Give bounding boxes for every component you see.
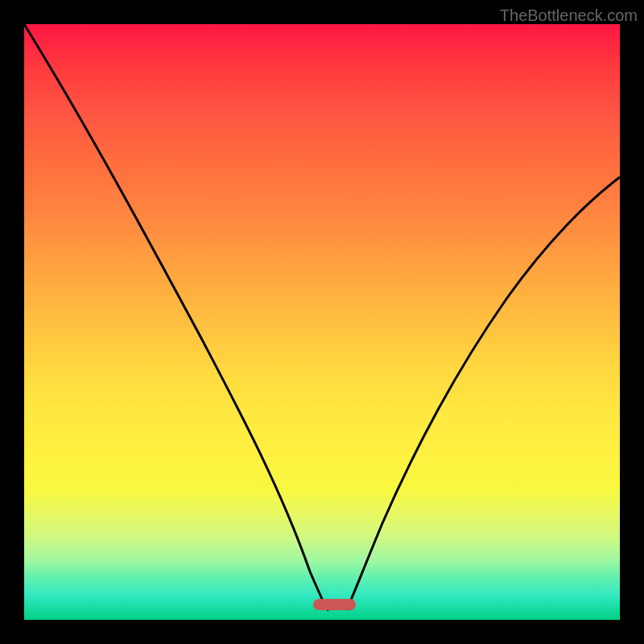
- bottleneck-chart: [24, 24, 620, 620]
- watermark-text: TheBottleneck.com: [500, 6, 638, 25]
- curve-left-branch: [24, 24, 328, 610]
- curve-right-branch: [346, 177, 620, 610]
- optimal-zone-marker: [313, 599, 356, 610]
- bottleneck-curve-overlay: [24, 24, 620, 620]
